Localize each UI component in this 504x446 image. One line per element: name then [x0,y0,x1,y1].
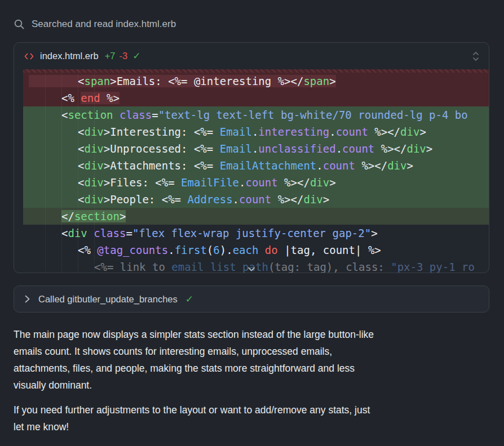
assistant-answer: The main page now displays a simpler sta… [14,326,489,435]
code-line: <div>Interesting: <%= Email.interesting.… [23,123,489,140]
code-icon [24,52,34,60]
code-line: </section> [23,208,489,225]
chevrons-up-down-icon[interactable] [472,51,480,62]
diff-additions-count: +7 [105,51,116,61]
code-line: <span>Emails: <%= @interesting %></span> [23,73,489,90]
code-line: <% end %> [23,90,489,106]
diff-card: index.html.erb +7 -3 ✓ <span>Emails: <%=… [14,42,489,273]
tool-status-row: Searched and read index.html.erb [14,17,489,32]
code-line: <div>Attachments: <%= EmailAttachment.co… [23,157,489,174]
chevron-down-icon[interactable] [247,266,256,272]
diff-card-header[interactable]: index.html.erb +7 -3 ✓ [14,43,489,69]
answer-paragraph: The main page now displays a simpler sta… [14,326,489,394]
code-line: <div>Unprocessed: <%= Email.unclassified… [23,140,489,157]
code-line: <div>Files: <%= EmailFile.count %></div> [23,174,489,191]
diff-code-lines: <span>Emails: <%= @interesting %></span>… [14,73,489,273]
code-line: <section class="text-lg text-left bg-whi… [23,106,489,123]
search-status-text: Searched and read index.html.erb [32,19,176,30]
code-line: <div>People: <%= Address.count %></div> [23,191,489,208]
check-icon: ✓ [185,293,193,305]
search-icon [14,19,25,30]
chevron-right-icon [24,295,30,304]
chat-message: Searched and read index.html.erb index.h… [0,0,504,435]
tool-call-label: Called gitbutler_update_branches [38,294,178,305]
tool-call-card[interactable]: Called gitbutler_update_branches ✓ [14,286,489,313]
diff-deletions-count: -3 [119,51,127,61]
diff-filename: index.html.erb [40,51,99,61]
check-icon: ✓ [132,50,140,62]
code-line: <%= link_to email_list_path(tag: tag), c… [23,258,489,273]
answer-paragraph: If you need further adjustments to the l… [14,402,489,435]
diff-code-viewport[interactable]: <span>Emails: <%= @interesting %></span>… [14,69,489,273]
code-line: <div class="flex flex-wrap justify-cente… [23,225,489,242]
code-line: <% @tag_counts.first(6).each do |tag, co… [23,242,489,258]
